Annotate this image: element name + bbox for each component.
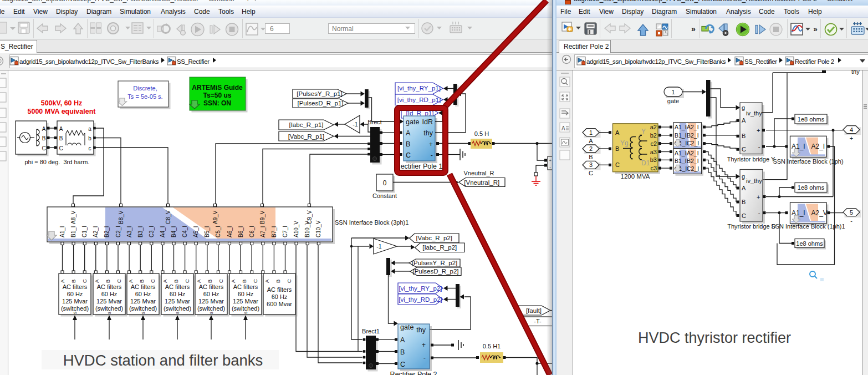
svg-text:Thyristor bridge Y: Thyristor bridge Y xyxy=(727,156,775,163)
svg-text:3: 3 xyxy=(589,161,593,168)
svg-text:-: - xyxy=(758,143,760,150)
svg-text:B2_I: B2_I xyxy=(687,158,699,164)
svg-text:B: B xyxy=(742,199,746,205)
svg-text:SSN Interface Block (1ph)1: SSN Interface Block (1ph)1 xyxy=(771,223,845,230)
svg-text:a3: a3 xyxy=(650,149,657,155)
svg-text:SS_Rectifier: SS_Rectifier xyxy=(744,58,777,65)
svg-text:Yg: Yg xyxy=(620,139,629,147)
svg-text:1e8 ohms: 1e8 ohms xyxy=(798,116,825,123)
svg-text:+: + xyxy=(757,194,760,200)
svg-text:»: » xyxy=(691,24,696,33)
svg-text:c2: c2 xyxy=(650,140,657,147)
svg-text:A2_V: A2_V xyxy=(811,209,828,217)
svg-text:1: 1 xyxy=(671,89,675,95)
svg-text:C: C xyxy=(615,161,620,168)
svg-text:B1_I: B1_I xyxy=(675,132,687,139)
svg-text:Thyristor bridge D: Thyristor bridge D xyxy=(727,223,775,230)
svg-text:A2_I: A2_I xyxy=(811,143,825,150)
svg-text:B2_I: B2_I xyxy=(687,132,699,139)
svg-text:B1_I: B1_I xyxy=(675,158,687,164)
svg-text:Y: Y xyxy=(641,128,646,135)
svg-text:g: g xyxy=(742,173,745,180)
svg-text:+: + xyxy=(850,135,853,141)
svg-text:1: 1 xyxy=(589,129,593,136)
svg-text:D1: D1 xyxy=(641,159,650,167)
svg-text:A2_I: A2_I xyxy=(687,150,699,156)
svg-text:C2_I: C2_I xyxy=(687,140,699,146)
svg-text:HVDC thyristor rectifier: HVDC thyristor rectifier xyxy=(638,330,791,346)
svg-text:g: g xyxy=(742,104,745,111)
svg-text:A: A xyxy=(615,129,620,136)
svg-text:1e8 ohms: 1e8 ohms xyxy=(796,240,823,247)
svg-text:thy: thy xyxy=(851,70,860,75)
svg-text:5: 5 xyxy=(850,209,853,216)
svg-text:B: B xyxy=(589,154,593,160)
svg-text:A: A xyxy=(742,185,746,191)
svg-text:A: A xyxy=(742,117,746,124)
svg-text:C2_I: C2_I xyxy=(687,165,699,172)
svg-text:Rectifier Pole 2: Rectifier Pole 2 xyxy=(795,58,834,65)
svg-text:B: B xyxy=(615,145,619,152)
svg-text:iv_thy: iv_thy xyxy=(746,178,762,184)
svg-text:1200 MVA: 1200 MVA xyxy=(621,173,650,180)
svg-text:C: C xyxy=(589,170,593,176)
svg-text:4: 4 xyxy=(850,126,853,133)
svg-text:adgrid15_ssn_bipolarhvdc12p_IT: adgrid15_ssn_bipolarhvdc12p_ITVC_Sw_Filt… xyxy=(586,58,726,65)
svg-text:1e8 ohms: 1e8 ohms xyxy=(798,184,825,191)
svg-text:C: C xyxy=(742,146,746,153)
svg-text:A1_I: A1_I xyxy=(675,150,687,156)
svg-text:gate: gate xyxy=(667,98,679,104)
svg-text:b3: b3 xyxy=(650,156,657,163)
svg-text:A: A xyxy=(589,138,593,144)
svg-text:-: - xyxy=(758,210,760,216)
svg-text:+: + xyxy=(757,127,760,134)
svg-text:A2_I: A2_I xyxy=(687,124,699,130)
svg-text:-: - xyxy=(850,217,852,224)
svg-text:2: 2 xyxy=(589,145,593,152)
svg-text:A1_I: A1_I xyxy=(675,124,687,130)
svg-text:B: B xyxy=(742,133,746,139)
svg-text:»: » xyxy=(813,25,817,33)
svg-text:a2: a2 xyxy=(650,124,657,130)
svg-text:c3: c3 xyxy=(650,165,657,171)
svg-text:iv_thy: iv_thy xyxy=(746,110,762,116)
svg-text:b2: b2 xyxy=(650,132,657,139)
svg-text:C: C xyxy=(742,212,746,219)
svg-text:A: A xyxy=(561,125,565,131)
